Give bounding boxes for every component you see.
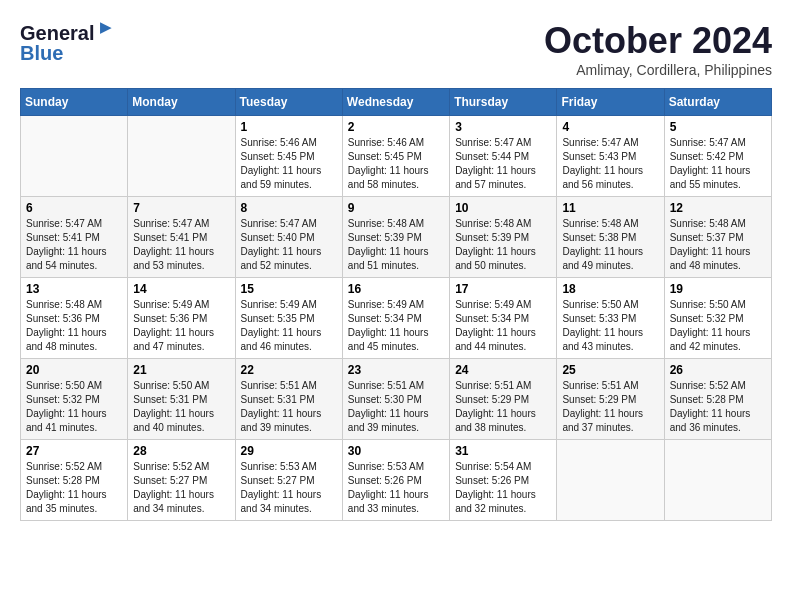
day-info: Sunrise: 5:47 AMSunset: 5:43 PMDaylight:…: [562, 136, 658, 192]
day-number: 1: [241, 120, 337, 134]
calendar-cell: [557, 440, 664, 521]
day-info: Sunrise: 5:50 AMSunset: 5:32 PMDaylight:…: [670, 298, 766, 354]
day-number: 8: [241, 201, 337, 215]
col-header-friday: Friday: [557, 89, 664, 116]
calendar-cell: 8 Sunrise: 5:47 AMSunset: 5:40 PMDayligh…: [235, 197, 342, 278]
day-info: Sunrise: 5:48 AMSunset: 5:37 PMDaylight:…: [670, 217, 766, 273]
day-info: Sunrise: 5:51 AMSunset: 5:29 PMDaylight:…: [455, 379, 551, 435]
calendar-cell: 24 Sunrise: 5:51 AMSunset: 5:29 PMDaylig…: [450, 359, 557, 440]
day-number: 2: [348, 120, 444, 134]
calendar-week-4: 20 Sunrise: 5:50 AMSunset: 5:32 PMDaylig…: [21, 359, 772, 440]
calendar-cell: 31 Sunrise: 5:54 AMSunset: 5:26 PMDaylig…: [450, 440, 557, 521]
day-number: 16: [348, 282, 444, 296]
location: Amlimay, Cordillera, Philippines: [544, 62, 772, 78]
day-number: 21: [133, 363, 229, 377]
calendar-cell: 6 Sunrise: 5:47 AMSunset: 5:41 PMDayligh…: [21, 197, 128, 278]
day-number: 3: [455, 120, 551, 134]
calendar-cell: [128, 116, 235, 197]
day-number: 12: [670, 201, 766, 215]
title-area: October 2024 Amlimay, Cordillera, Philip…: [544, 20, 772, 78]
calendar-cell: 14 Sunrise: 5:49 AMSunset: 5:36 PMDaylig…: [128, 278, 235, 359]
day-number: 20: [26, 363, 122, 377]
day-number: 5: [670, 120, 766, 134]
day-number: 18: [562, 282, 658, 296]
calendar-cell: 7 Sunrise: 5:47 AMSunset: 5:41 PMDayligh…: [128, 197, 235, 278]
col-header-sunday: Sunday: [21, 89, 128, 116]
day-number: 24: [455, 363, 551, 377]
day-number: 25: [562, 363, 658, 377]
calendar-cell: 18 Sunrise: 5:50 AMSunset: 5:33 PMDaylig…: [557, 278, 664, 359]
month-title: October 2024: [544, 20, 772, 62]
calendar-cell: 20 Sunrise: 5:50 AMSunset: 5:32 PMDaylig…: [21, 359, 128, 440]
calendar-cell: 19 Sunrise: 5:50 AMSunset: 5:32 PMDaylig…: [664, 278, 771, 359]
calendar-week-2: 6 Sunrise: 5:47 AMSunset: 5:41 PMDayligh…: [21, 197, 772, 278]
col-header-monday: Monday: [128, 89, 235, 116]
day-number: 31: [455, 444, 551, 458]
day-number: 15: [241, 282, 337, 296]
day-number: 23: [348, 363, 444, 377]
day-info: Sunrise: 5:49 AMSunset: 5:35 PMDaylight:…: [241, 298, 337, 354]
day-info: Sunrise: 5:50 AMSunset: 5:31 PMDaylight:…: [133, 379, 229, 435]
calendar-cell: [664, 440, 771, 521]
calendar-cell: 26 Sunrise: 5:52 AMSunset: 5:28 PMDaylig…: [664, 359, 771, 440]
day-info: Sunrise: 5:47 AMSunset: 5:41 PMDaylight:…: [26, 217, 122, 273]
day-info: Sunrise: 5:46 AMSunset: 5:45 PMDaylight:…: [241, 136, 337, 192]
calendar-cell: 22 Sunrise: 5:51 AMSunset: 5:31 PMDaylig…: [235, 359, 342, 440]
day-info: Sunrise: 5:54 AMSunset: 5:26 PMDaylight:…: [455, 460, 551, 516]
day-info: Sunrise: 5:49 AMSunset: 5:36 PMDaylight:…: [133, 298, 229, 354]
day-number: 13: [26, 282, 122, 296]
calendar-cell: 28 Sunrise: 5:52 AMSunset: 5:27 PMDaylig…: [128, 440, 235, 521]
calendar-cell: 15 Sunrise: 5:49 AMSunset: 5:35 PMDaylig…: [235, 278, 342, 359]
day-info: Sunrise: 5:47 AMSunset: 5:44 PMDaylight:…: [455, 136, 551, 192]
calendar-cell: 12 Sunrise: 5:48 AMSunset: 5:37 PMDaylig…: [664, 197, 771, 278]
day-number: 14: [133, 282, 229, 296]
calendar-cell: 25 Sunrise: 5:51 AMSunset: 5:29 PMDaylig…: [557, 359, 664, 440]
day-number: 17: [455, 282, 551, 296]
col-header-wednesday: Wednesday: [342, 89, 449, 116]
calendar-cell: 5 Sunrise: 5:47 AMSunset: 5:42 PMDayligh…: [664, 116, 771, 197]
day-info: Sunrise: 5:47 AMSunset: 5:42 PMDaylight:…: [670, 136, 766, 192]
day-number: 9: [348, 201, 444, 215]
col-header-tuesday: Tuesday: [235, 89, 342, 116]
day-info: Sunrise: 5:48 AMSunset: 5:39 PMDaylight:…: [455, 217, 551, 273]
day-info: Sunrise: 5:49 AMSunset: 5:34 PMDaylight:…: [455, 298, 551, 354]
day-number: 10: [455, 201, 551, 215]
col-header-thursday: Thursday: [450, 89, 557, 116]
day-info: Sunrise: 5:48 AMSunset: 5:39 PMDaylight:…: [348, 217, 444, 273]
day-info: Sunrise: 5:51 AMSunset: 5:29 PMDaylight:…: [562, 379, 658, 435]
logo-blue: Blue: [20, 43, 63, 63]
day-number: 6: [26, 201, 122, 215]
day-info: Sunrise: 5:46 AMSunset: 5:45 PMDaylight:…: [348, 136, 444, 192]
day-info: Sunrise: 5:52 AMSunset: 5:28 PMDaylight:…: [670, 379, 766, 435]
day-number: 29: [241, 444, 337, 458]
day-info: Sunrise: 5:50 AMSunset: 5:32 PMDaylight:…: [26, 379, 122, 435]
calendar-week-5: 27 Sunrise: 5:52 AMSunset: 5:28 PMDaylig…: [21, 440, 772, 521]
day-number: 4: [562, 120, 658, 134]
calendar-cell: 21 Sunrise: 5:50 AMSunset: 5:31 PMDaylig…: [128, 359, 235, 440]
calendar-cell: 30 Sunrise: 5:53 AMSunset: 5:26 PMDaylig…: [342, 440, 449, 521]
calendar-week-1: 1 Sunrise: 5:46 AMSunset: 5:45 PMDayligh…: [21, 116, 772, 197]
day-number: 26: [670, 363, 766, 377]
day-info: Sunrise: 5:53 AMSunset: 5:27 PMDaylight:…: [241, 460, 337, 516]
day-info: Sunrise: 5:53 AMSunset: 5:26 PMDaylight:…: [348, 460, 444, 516]
day-info: Sunrise: 5:52 AMSunset: 5:27 PMDaylight:…: [133, 460, 229, 516]
day-info: Sunrise: 5:50 AMSunset: 5:33 PMDaylight:…: [562, 298, 658, 354]
calendar-cell: 2 Sunrise: 5:46 AMSunset: 5:45 PMDayligh…: [342, 116, 449, 197]
page-header: General ▶ Blue October 2024 Amlimay, Cor…: [20, 20, 772, 78]
day-number: 7: [133, 201, 229, 215]
day-info: Sunrise: 5:49 AMSunset: 5:34 PMDaylight:…: [348, 298, 444, 354]
calendar-table: SundayMondayTuesdayWednesdayThursdayFrid…: [20, 88, 772, 521]
calendar-cell: 16 Sunrise: 5:49 AMSunset: 5:34 PMDaylig…: [342, 278, 449, 359]
day-number: 30: [348, 444, 444, 458]
day-number: 19: [670, 282, 766, 296]
day-info: Sunrise: 5:47 AMSunset: 5:41 PMDaylight:…: [133, 217, 229, 273]
calendar-cell: 17 Sunrise: 5:49 AMSunset: 5:34 PMDaylig…: [450, 278, 557, 359]
calendar-cell: [21, 116, 128, 197]
calendar-cell: 29 Sunrise: 5:53 AMSunset: 5:27 PMDaylig…: [235, 440, 342, 521]
calendar-cell: 11 Sunrise: 5:48 AMSunset: 5:38 PMDaylig…: [557, 197, 664, 278]
day-number: 27: [26, 444, 122, 458]
calendar-cell: 3 Sunrise: 5:47 AMSunset: 5:44 PMDayligh…: [450, 116, 557, 197]
calendar-cell: 13 Sunrise: 5:48 AMSunset: 5:36 PMDaylig…: [21, 278, 128, 359]
calendar-cell: 27 Sunrise: 5:52 AMSunset: 5:28 PMDaylig…: [21, 440, 128, 521]
day-number: 11: [562, 201, 658, 215]
